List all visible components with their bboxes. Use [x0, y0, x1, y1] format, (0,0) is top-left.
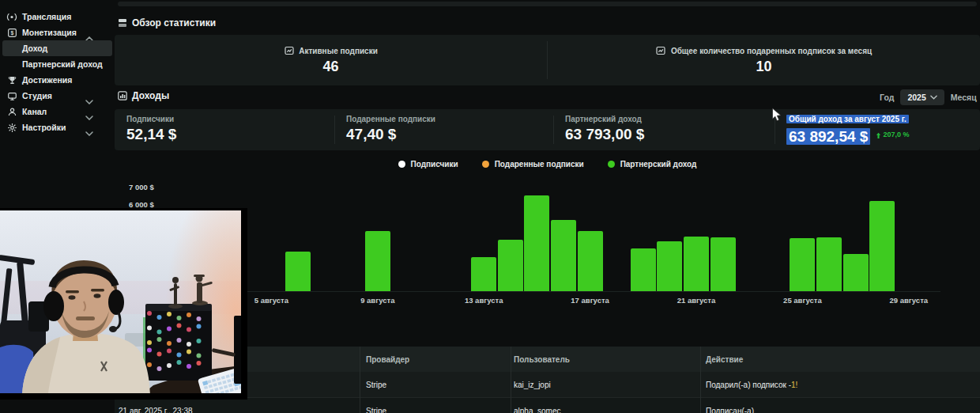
x-axis-label: 9 августа	[360, 296, 394, 305]
webcam-video	[0, 208, 247, 400]
stat-label: Подписчики	[126, 115, 174, 123]
sidebar-item-label: Трансляция	[22, 12, 71, 21]
bar-day-15	[524, 195, 549, 291]
bar-day-26	[816, 237, 842, 291]
person-icon	[6, 107, 17, 117]
cell-user: alpha_somec	[514, 398, 560, 413]
x-axis-label: 5 августа	[254, 296, 288, 305]
overview-cards: Активные подписки46Общее количество пода…	[115, 35, 980, 85]
sidebar-item-label: Достижения	[22, 75, 72, 85]
sidebar-item-partner-income[interactable]: Партнерский доход	[2, 56, 112, 72]
legend-item-1[interactable]: Подаренные подписки	[482, 160, 584, 169]
chevron-down-icon	[85, 109, 93, 114]
overview-section-header: Обзор статистики	[117, 17, 216, 28]
mouse-cursor	[771, 108, 782, 122]
x-axis-label: 13 августа	[465, 296, 503, 305]
cell-user: kai_iz_jopi	[514, 372, 551, 397]
table-column-divider	[700, 347, 701, 413]
legend-dot	[398, 161, 405, 168]
table-row: 21 авг. 2025 г., 23:38Stripealpha_somecП…	[115, 398, 980, 413]
sidebar-item-stream[interactable]: Трансляция	[2, 9, 96, 25]
stat-total-income: Общий доход за август 2025 г.63 892,54 $…	[775, 109, 980, 150]
legend-label: Подаренные подписки	[495, 160, 584, 169]
income-period-controls: Год 2025 Месяц август	[880, 89, 980, 105]
bar-day-28	[869, 201, 895, 291]
sidebar-item-studio[interactable]: Студия	[2, 88, 96, 104]
chevron-down-icon	[85, 93, 93, 98]
stat-value: 47,40 $	[346, 126, 396, 142]
top-strip	[118, 2, 977, 6]
legend-label: Партнерский доход	[620, 160, 697, 169]
bar-day-14	[498, 240, 523, 291]
sidebar-item-label: Студия	[22, 91, 52, 100]
overview-card-value: 10	[756, 59, 771, 75]
column-header: Действие	[706, 347, 743, 372]
sidebar-item-achievements[interactable]: Достижения	[2, 72, 96, 88]
stat-value: 63 892,54 $	[786, 128, 870, 145]
bar-day-13	[471, 257, 496, 291]
sidebar-item-income[interactable]: Доход	[2, 40, 112, 56]
stat-value: 63 793,00 $	[565, 126, 644, 142]
legend-item-2[interactable]: Партнерский доход	[608, 160, 697, 169]
bar-day-19	[631, 248, 656, 291]
bar-day-22	[710, 237, 736, 291]
sidebar-item-channel[interactable]: Канал	[2, 104, 96, 119]
bar-day-25	[790, 238, 815, 291]
cell-provider: Stripe	[366, 372, 386, 397]
stat-partner-income: Партнерский доход63 793,00 $	[553, 109, 775, 150]
overview-card-label: Активные подписки	[299, 47, 378, 55]
chart-legend: ПодписчикиПодаренные подпискиПартнерский…	[115, 160, 980, 169]
cell-date: 21 авг. 2025 г., 23:38	[119, 398, 193, 413]
bar-day-17	[578, 231, 603, 291]
overview-title: Обзор статистики	[132, 17, 216, 28]
income-chart-icon	[117, 91, 127, 101]
sidebar-item-settings[interactable]: Настройки	[2, 119, 96, 135]
bar-day-21	[684, 237, 709, 291]
year-label: Год	[880, 93, 894, 102]
stats-stack-icon	[117, 18, 127, 28]
column-header: Провайдер	[366, 347, 409, 372]
stat-label: Партнерский доход	[565, 115, 642, 123]
overview-card-value: 46	[322, 59, 338, 75]
sidebar-item-label: Настройки	[22, 123, 66, 132]
trophy-icon	[6, 75, 17, 85]
x-axis-label: 17 августа	[571, 296, 609, 305]
gear-icon	[6, 123, 17, 133]
sidebar-item-label: Доход	[22, 44, 47, 53]
bar-day-16	[551, 220, 576, 291]
month-label: Месяц	[951, 93, 977, 102]
stat-label: Общий доход за август 2025 г.	[786, 115, 909, 123]
table-column-divider	[511, 347, 511, 413]
stat-subscribers: Подписчики52,14 $	[115, 109, 334, 150]
stat-change: 207,0 %	[876, 126, 909, 143]
legend-item-0[interactable]: Подписчики	[398, 160, 458, 169]
bar-day-9	[365, 231, 390, 291]
stat-gifted-subscriptions: Подаренные подписки47,40 $	[334, 109, 553, 150]
overview-card-label: Общее количество подаренных подписок за …	[671, 47, 872, 55]
bar-day-20	[657, 241, 682, 291]
action-highlight: 1!	[791, 381, 797, 389]
x-axis-label: 21 августа	[677, 296, 716, 305]
cell-action: Подписан(-а)	[706, 398, 754, 413]
income-stats: Подписчики52,14 $Подаренные подписки47,4…	[115, 109, 980, 150]
stat-label: Подаренные подписки	[346, 115, 435, 123]
sidebar-item-label: Монетизация	[22, 28, 77, 37]
arrow-up-icon	[876, 126, 881, 143]
sidebar-item-label: Партнерский доход	[22, 59, 103, 69]
cell-action: Подарил(-а) подписок - 1!	[706, 372, 797, 397]
overview-card-1: Общее количество подаренных подписок за …	[548, 35, 980, 85]
legend-label: Подписчики	[411, 160, 458, 169]
year-select[interactable]: 2025	[900, 89, 944, 105]
webcam-overlay	[0, 208, 247, 400]
chevron-down-icon	[85, 125, 93, 130]
y-axis-label: 7 000 $	[129, 183, 154, 191]
cell-provider: Stripe	[366, 398, 386, 413]
sidebar-item-label: Канал	[22, 107, 47, 116]
gifted-subscriptions-card-icon	[656, 46, 666, 56]
broadcast-icon	[6, 12, 17, 22]
bar-day-6	[285, 252, 311, 291]
legend-dot	[608, 161, 615, 168]
sidebar-item-monetization[interactable]: $Монетизация	[2, 25, 96, 40]
income-title: Доходы	[132, 90, 169, 101]
chart-baseline	[126, 291, 940, 292]
